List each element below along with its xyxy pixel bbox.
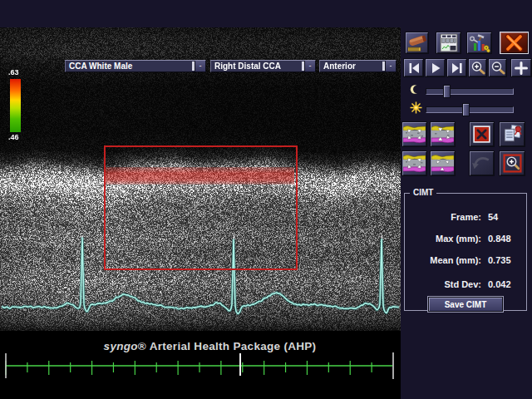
play-icon	[429, 62, 442, 74]
preset-dropdown-value: CCA White Male	[66, 61, 192, 71]
close-button[interactable]	[500, 32, 529, 54]
cine-timeline[interactable]	[0, 352, 420, 381]
brightness-slider-thumb[interactable]	[462, 103, 470, 116]
last-frame-button[interactable]	[446, 58, 467, 77]
copy-to-report-icon	[501, 124, 523, 145]
mean-value: 0.735	[488, 255, 511, 265]
close-icon	[503, 34, 525, 52]
brightness-slider-track[interactable]	[426, 106, 514, 113]
stddev-label: Std Dev:	[405, 279, 481, 289]
angle-dropdown-value: Anterior	[320, 61, 382, 71]
mean-label: Mean (mm):	[405, 255, 481, 265]
angle-dropdown[interactable]: Anterior -	[319, 60, 397, 72]
colorbar-min-label: .46	[8, 133, 19, 141]
trace-adjust2-icon	[431, 153, 454, 174]
package-title-rest: ® Arterial Health Package (AHP)	[138, 340, 317, 352]
magnify-roi-icon	[502, 153, 523, 174]
dropdown-arrow-button[interactable]: -	[385, 61, 396, 71]
first-frame-button[interactable]	[403, 58, 424, 77]
first-frame-icon	[407, 62, 421, 74]
trace-adjust-button[interactable]	[430, 121, 456, 147]
zoom-in-button[interactable]	[468, 58, 487, 77]
cimt-intima-media-highlight	[106, 167, 294, 185]
review-screen-button[interactable]	[436, 32, 461, 54]
cimt-group-title: CIMT	[410, 188, 436, 197]
save-cimt-button[interactable]: Save CIMT	[428, 297, 503, 312]
trace-expand-icon	[403, 124, 426, 145]
trace-adjust-icon	[431, 124, 454, 145]
last-frame-icon	[451, 62, 464, 74]
trace-adjust2-button[interactable]	[430, 150, 456, 176]
cimt-color-scale	[10, 79, 21, 132]
package-title: syngo® Arterial Health Package (AHP)	[0, 340, 420, 352]
review-screen-icon	[439, 33, 459, 52]
frame-value: 54	[488, 212, 498, 222]
pan-button[interactable]	[510, 58, 532, 77]
stddev-value: 0.042	[488, 279, 511, 289]
tools-icon	[469, 33, 490, 53]
zoom-out-icon	[490, 61, 505, 75]
location-dropdown[interactable]: Right Distal CCA -	[210, 60, 316, 72]
cimt-results-group: CIMT Frame: 54 Max (mm): 0.848 Mean (mm)…	[404, 193, 527, 311]
probe-button[interactable]	[405, 32, 429, 54]
play-button[interactable]	[425, 58, 446, 77]
colorbar-max-label: .63	[8, 68, 19, 76]
ahp-window: CCA White Male - Right Distal CCA - Ante…	[0, 0, 532, 399]
brightness-sun-icon	[410, 101, 422, 117]
undo-button[interactable]	[469, 150, 495, 176]
preset-dropdown[interactable]: CCA White Male -	[65, 60, 206, 72]
zoom-in-icon	[470, 61, 485, 75]
undo-icon	[470, 155, 493, 172]
contrast-slider-thumb[interactable]	[443, 85, 451, 98]
location-dropdown-value: Right Distal CCA	[211, 61, 302, 71]
syngo-brand: syngo	[104, 340, 138, 352]
trace-expand-button[interactable]	[401, 121, 427, 147]
cimt-roi-box[interactable]	[104, 145, 298, 270]
trace-expand2-button[interactable]	[401, 150, 427, 176]
magnify-roi-button[interactable]	[499, 150, 525, 176]
delete-trace-button[interactable]	[469, 121, 495, 147]
zoom-out-button[interactable]	[488, 58, 507, 77]
max-value: 0.848	[488, 234, 511, 244]
contrast-slider-track[interactable]	[426, 88, 514, 95]
pan-icon	[515, 62, 528, 75]
contrast-moon-icon	[410, 83, 421, 99]
copy-to-report-button[interactable]	[499, 121, 525, 147]
frame-label: Frame:	[405, 212, 481, 222]
probe-icon	[406, 33, 428, 52]
delete-trace-icon	[471, 124, 492, 145]
trace-expand2-icon	[403, 153, 426, 174]
max-label: Max (mm):	[405, 234, 481, 244]
tools-button[interactable]	[466, 32, 492, 54]
dropdown-arrow-button[interactable]: -	[304, 61, 315, 71]
dropdown-arrow-button[interactable]: -	[195, 61, 205, 71]
